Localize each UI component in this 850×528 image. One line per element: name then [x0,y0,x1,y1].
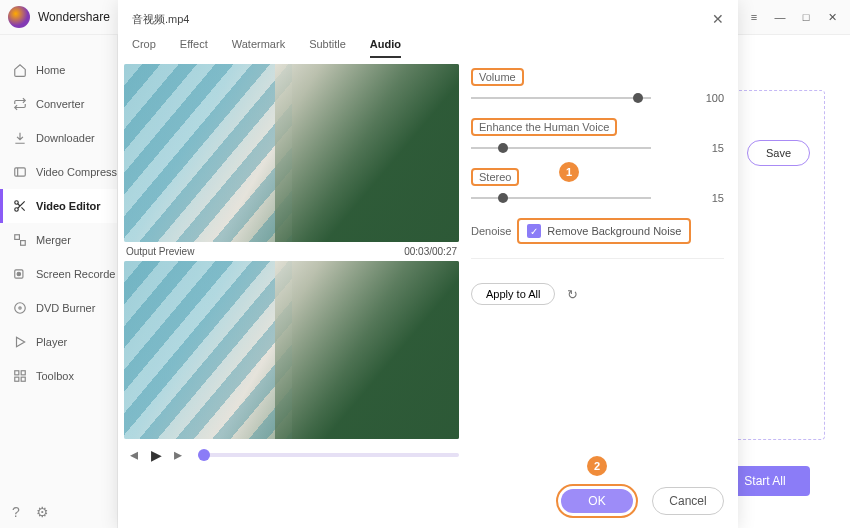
close-window-icon[interactable]: ✕ [826,11,838,23]
sidebar-item-merger[interactable]: Merger [0,223,117,257]
volume-slider[interactable] [471,97,651,99]
tab-audio[interactable]: Audio [370,38,401,58]
grid-icon [12,368,28,384]
sidebar-item-player[interactable]: Player [0,325,117,359]
stereo-value: 15 [712,192,724,204]
record-icon [12,266,28,282]
home-icon [12,62,28,78]
svg-rect-12 [15,377,19,381]
menu-icon[interactable]: ≡ [748,11,760,23]
checkmark-icon: ✓ [527,224,541,238]
timecode: 00:03/00:27 [404,246,457,257]
sidebar-item-video-editor[interactable]: Video Editor [0,189,117,223]
converter-icon [12,96,28,112]
tab-effect[interactable]: Effect [180,38,208,58]
remove-noise-checkbox-wrap[interactable]: ✓ Remove Background Noise [517,218,691,244]
minimize-icon[interactable]: — [774,11,786,23]
svg-point-7 [15,303,26,314]
sidebar-item-toolbox[interactable]: Toolbox [0,359,117,393]
sidebar-item-label: Toolbox [36,370,74,382]
compress-icon [12,164,28,180]
apply-to-all-button[interactable]: Apply to All [471,283,555,305]
sidebar-item-label: Merger [36,234,71,246]
sidebar-item-label: DVD Burner [36,302,95,314]
app-logo-icon [8,6,30,28]
prev-frame-icon[interactable]: ◂ [126,445,142,464]
sidebar-item-label: Converter [36,98,84,110]
tab-bar: Crop Effect Watermark Subtitle Audio [118,30,738,58]
video-preview-output [124,261,459,439]
player-icon [12,334,28,350]
download-icon [12,130,28,146]
sidebar-item-dvd-burner[interactable]: DVD Burner [0,291,117,325]
tab-watermark[interactable]: Watermark [232,38,285,58]
dvd-icon [12,300,28,316]
merge-icon [12,232,28,248]
sidebar-item-downloader[interactable]: Downloader [0,121,117,155]
sidebar-item-label: Screen Recorde [36,268,116,280]
svg-rect-13 [21,377,25,381]
close-icon[interactable]: ✕ [712,11,724,27]
ok-button[interactable]: OK [561,489,633,513]
tab-subtitle[interactable]: Subtitle [309,38,346,58]
volume-value: 100 [706,92,724,104]
svg-point-6 [17,272,21,276]
enhance-voice-label: Enhance the Human Voice [471,118,617,136]
playback-slider[interactable] [198,453,459,457]
brand-name: Wondershare [38,10,110,24]
sidebar: Home Converter Downloader Video Compress… [0,35,118,528]
svg-rect-3 [15,235,20,240]
settings-icon[interactable]: ⚙ [36,504,49,520]
sidebar-item-label: Video Editor [36,200,101,212]
sidebar-item-home[interactable]: Home [0,53,117,87]
sidebar-item-label: Downloader [36,132,95,144]
svg-rect-11 [21,371,25,375]
annotation-badge-1: 1 [559,162,579,182]
annotation-badge-2: 2 [587,456,607,476]
output-preview-label: Output Preview [126,246,194,257]
sidebar-item-label: Player [36,336,67,348]
enhance-voice-slider[interactable] [471,147,651,149]
maximize-icon[interactable]: □ [800,11,812,23]
dialog-title: 音视频.mp4 [132,12,189,27]
next-frame-icon[interactable]: ▸ [170,445,186,464]
stereo-slider[interactable] [471,197,651,199]
tab-crop[interactable]: Crop [132,38,156,58]
svg-marker-9 [17,337,25,346]
sidebar-item-compress[interactable]: Video Compress [0,155,117,189]
cancel-button[interactable]: Cancel [652,487,724,515]
sidebar-item-converter[interactable]: Converter [0,87,117,121]
svg-rect-10 [15,371,19,375]
video-preview-input [124,64,459,242]
save-button[interactable]: Save [747,140,810,166]
editor-dialog: 音视频.mp4 ✕ Crop Effect Watermark Subtitle… [118,0,738,528]
play-icon[interactable]: ▶ [148,447,164,463]
ok-highlight: OK [556,484,638,518]
svg-point-2 [15,208,19,212]
volume-label: Volume [471,68,524,86]
sidebar-item-label: Video Compress [36,166,117,178]
reset-icon[interactable]: ↻ [567,287,578,302]
scissors-icon [12,198,28,214]
svg-point-8 [19,307,21,309]
sidebar-item-label: Home [36,64,65,76]
svg-rect-4 [21,241,26,246]
sidebar-item-screen-recorder[interactable]: Screen Recorde [0,257,117,291]
remove-noise-label: Remove Background Noise [547,225,681,237]
stereo-label: Stereo [471,168,519,186]
divider [471,258,724,259]
svg-point-1 [15,201,19,205]
help-icon[interactable]: ? [12,504,20,520]
svg-rect-0 [15,168,26,176]
enhance-voice-value: 15 [712,142,724,154]
denoise-label: Denoise [471,225,511,237]
